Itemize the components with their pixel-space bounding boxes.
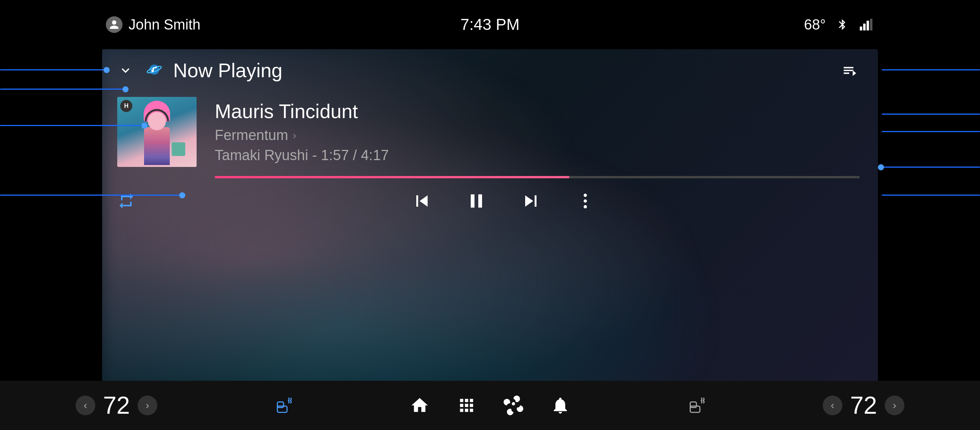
left-temp-control: ‹ 72 › — [76, 392, 157, 419]
user-name: John Smith — [129, 17, 200, 33]
track-info: Mauris Tincidunt Fermentum › Tamaki Ryus… — [215, 97, 860, 163]
notification-button[interactable] — [550, 396, 570, 415]
header-left: Now Playing — [116, 59, 282, 82]
playback-controls — [148, 189, 860, 213]
fan-button[interactable] — [504, 396, 523, 415]
track-artist-time: Tamaki Ryushi - 1:57 / 4:17 — [215, 147, 860, 163]
music-app-icon — [145, 61, 164, 80]
slider-dot-2 — [123, 86, 129, 92]
bluetooth-icon — [835, 17, 850, 32]
main-panel: Now Playing — [102, 48, 878, 392]
status-bar: John Smith 7:43 PM 68° — [0, 0, 980, 49]
left-temp-value: 72 — [101, 392, 132, 419]
svg-point-7 — [584, 194, 587, 197]
status-right: 68° — [804, 17, 874, 33]
left-temp-increase-button[interactable]: › — [138, 396, 157, 415]
right-temp-decrease-button[interactable]: ‹ — [823, 396, 842, 415]
slider-dot-r4 — [878, 164, 884, 170]
svg-rect-2 — [867, 21, 869, 31]
previous-button[interactable] — [410, 189, 434, 213]
chevron-down-button[interactable] — [116, 61, 135, 80]
svg-rect-0 — [860, 27, 862, 30]
next-button[interactable] — [519, 189, 543, 213]
user-avatar-icon — [106, 16, 123, 33]
right-temp-value: 72 — [848, 392, 879, 419]
track-title: Mauris Tincidunt — [215, 100, 860, 123]
slider-line-2 — [0, 89, 129, 90]
slider-dot-3 — [142, 123, 148, 129]
slider-line-r1 — [882, 69, 980, 70]
slider-line-r2 — [882, 113, 980, 115]
slider-dot-1 — [103, 67, 110, 73]
home-button[interactable] — [410, 396, 430, 415]
slider-line-3 — [0, 125, 148, 126]
track-album[interactable]: Fermentum › — [215, 127, 860, 144]
album-art: H — [117, 97, 197, 167]
signal-icon — [859, 17, 874, 32]
svg-rect-3 — [870, 19, 872, 31]
slider-line-r5 — [882, 195, 980, 196]
svg-point-9 — [584, 205, 587, 209]
controls-area — [102, 178, 878, 221]
slider-line-4 — [0, 195, 185, 196]
album-art-image: H — [117, 97, 197, 167]
right-temp-control: ‹ 72 › — [823, 392, 904, 419]
right-seat-heat-icon[interactable] — [688, 396, 705, 414]
svg-point-8 — [584, 200, 587, 203]
content-area: H Mauris Tincidunt Fermentum › Tamaki Ry… — [102, 90, 878, 167]
more-options-button[interactable] — [573, 189, 597, 213]
bottom-bar: ‹ 72 › — [0, 381, 980, 430]
status-time: 7:43 PM — [460, 16, 520, 34]
progress-container — [102, 167, 878, 178]
panel-header: Now Playing — [102, 48, 878, 90]
slider-line-r4 — [878, 166, 980, 168]
temperature-display: 68° — [804, 17, 826, 33]
status-left: John Smith — [106, 16, 200, 33]
panel-title: Now Playing — [173, 59, 282, 82]
apps-button[interactable] — [457, 396, 476, 415]
pause-button[interactable] — [464, 189, 488, 213]
nav-icons — [410, 396, 570, 415]
left-seat-heat-icon[interactable] — [275, 396, 292, 414]
headphone-badge: H — [120, 100, 132, 112]
album-arrow-icon: › — [293, 129, 296, 142]
slider-dot-4 — [179, 192, 185, 198]
queue-button[interactable] — [840, 61, 860, 80]
right-temp-increase-button[interactable]: › — [885, 396, 904, 415]
svg-rect-1 — [863, 24, 865, 30]
slider-line-1 — [0, 69, 110, 70]
slider-line-r3 — [882, 131, 980, 132]
left-temp-decrease-button[interactable]: ‹ — [76, 396, 95, 415]
